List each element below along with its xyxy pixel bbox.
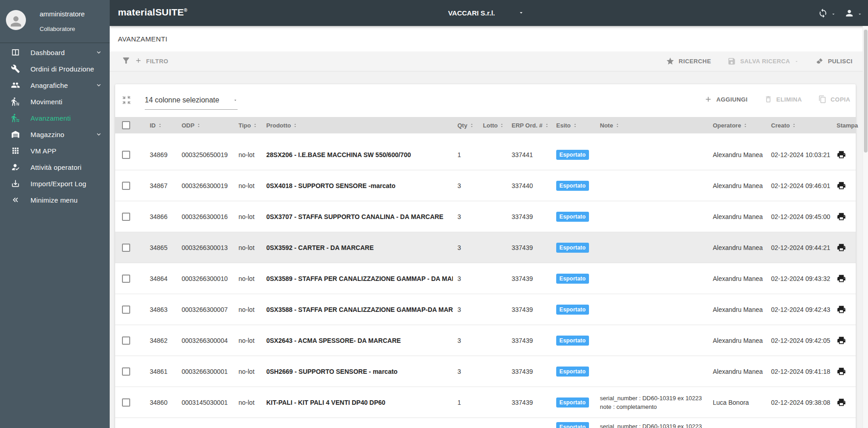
- column-header-note[interactable]: Note: [597, 122, 711, 129]
- sidebar-item-movimenti[interactable]: Movimenti: [0, 93, 110, 110]
- sidebar-item-minimize-menu[interactable]: Minimize menu: [0, 192, 110, 208]
- row-tipo: no-lot: [237, 275, 265, 282]
- account-caret-icon[interactable]: [857, 10, 863, 16]
- print-icon[interactable]: [837, 243, 846, 252]
- row-creato: 02-12-2024 09:46:01: [770, 182, 834, 189]
- row-tipo-text: no-lot: [239, 399, 254, 406]
- row-creato-text: 02-12-2024 09:46:01: [771, 182, 830, 189]
- table-row[interactable]: 348690003250650019no-lot28SX206 - I.E.BA…: [115, 139, 856, 170]
- filter-label[interactable]: FILTRO: [146, 58, 168, 65]
- table-row[interactable]: 348660003266300016no-lot0SX3707 - STAFFA…: [115, 201, 856, 232]
- star-icon: [666, 57, 675, 66]
- column-header-odp[interactable]: ODP: [180, 122, 237, 129]
- copia-button[interactable]: COPIA: [818, 95, 850, 103]
- row-checkbox[interactable]: [122, 367, 130, 376]
- row-creato: 02-12-2024 09:38:08: [770, 399, 834, 406]
- table-row[interactable]: 348620003266300004no-lot0SX2643 - ACMA S…: [115, 325, 856, 356]
- scrollbar-thumb[interactable]: [864, 30, 868, 153]
- user-name: amministratore: [40, 10, 85, 18]
- pulisci-button[interactable]: PULISCI: [815, 57, 853, 66]
- sync-icon[interactable]: [818, 8, 828, 18]
- sidebar-item-dashboard[interactable]: Dashboard: [0, 44, 110, 61]
- print-icon[interactable]: [837, 367, 846, 376]
- print-icon[interactable]: [837, 274, 846, 283]
- column-header-erp-ord[interactable]: ERP Ord. #: [509, 122, 552, 129]
- table-row[interactable]: 348650003266300013no-lot0SX3592 - CARTER…: [115, 232, 856, 263]
- table-row[interactable]: 348600003145030001no-lotKIT-PALI - KIT P…: [115, 387, 856, 418]
- row-erp-ord-text: 337440: [512, 182, 533, 189]
- row-tipo: no-lot: [237, 368, 265, 375]
- row-checkbox[interactable]: [122, 275, 130, 283]
- sidebar-item-ordini-di-produzione[interactable]: Ordini di Produzione: [0, 61, 110, 77]
- print-icon[interactable]: [837, 305, 846, 314]
- print-icon[interactable]: [837, 181, 846, 190]
- sidebar-item-anagrafiche[interactable]: Anagrafiche: [0, 77, 110, 93]
- row-checkbox[interactable]: [122, 182, 130, 190]
- row-checkbox[interactable]: [122, 336, 130, 345]
- sort-icon: [253, 122, 258, 129]
- table-row[interactable]: 348610003266300001no-lot0SH2669 - SUPPOR…: [115, 356, 856, 387]
- sidebar-item-vm-app[interactable]: VM APP: [0, 143, 110, 159]
- table-actions: AGGIUNGI ELIMINA COPIA: [704, 95, 850, 103]
- column-header-esito[interactable]: Esito: [552, 122, 597, 129]
- row-operatore-text: Alexandru Manea: [713, 182, 763, 189]
- column-header-stampa: Stampa: [834, 122, 856, 129]
- sidebar-item-avanzamenti[interactable]: Avanzamenti: [0, 110, 110, 126]
- column-header-creato[interactable]: Creato: [770, 122, 834, 129]
- row-qty: 1: [453, 399, 478, 406]
- account-icon[interactable]: [844, 8, 854, 18]
- filter-icon[interactable]: [122, 56, 131, 67]
- salva-ricerca-button[interactable]: SALVA RICERCA: [727, 57, 799, 66]
- column-header-label: Creato: [771, 122, 790, 129]
- columns-select[interactable]: 14 colonne selezionate: [145, 91, 238, 110]
- row-id-text: 34866: [150, 213, 168, 220]
- elimina-button[interactable]: ELIMINA: [764, 95, 802, 103]
- sidebar-item-magazzino[interactable]: Magazzino: [0, 126, 110, 143]
- aggiungi-button[interactable]: AGGIUNGI: [704, 95, 748, 103]
- table-row[interactable]: Esportatoserial_number : DD60-10319 ex 1…: [115, 418, 856, 428]
- column-header-id[interactable]: ID: [141, 122, 180, 129]
- dashboard-icon: [10, 47, 20, 57]
- caret-down-icon[interactable]: [518, 10, 524, 16]
- grid-icon: [10, 146, 20, 156]
- table-row[interactable]: 348670003266300019no-lot0SX4018 - SUPPOR…: [115, 170, 856, 201]
- row-checkbox[interactable]: [122, 213, 130, 221]
- row-print-cell: [834, 243, 856, 252]
- compress-columns-icon[interactable]: [122, 95, 132, 106]
- column-header-prodotto[interactable]: Prodotto: [265, 122, 453, 129]
- ricerche-button[interactable]: RICERCHE: [666, 57, 711, 66]
- row-operatore-text: Alexandru Manea: [713, 337, 763, 344]
- vertical-scrollbar[interactable]: [863, 26, 868, 428]
- row-print-cell: [834, 274, 856, 283]
- company-selector[interactable]: VACCARI S.r.l.: [426, 0, 517, 26]
- warehouse-icon: [10, 129, 20, 139]
- row-checkbox[interactable]: [122, 151, 130, 159]
- column-header-label: ID: [150, 122, 156, 129]
- print-icon[interactable]: [837, 212, 846, 221]
- select-all-checkbox[interactable]: [122, 121, 130, 129]
- column-header-operatore[interactable]: Operatore: [711, 122, 770, 129]
- sidebar-item-label: Ordini di Produzione: [30, 65, 110, 73]
- column-header-qty[interactable]: Qty: [453, 122, 478, 129]
- add-filter-icon[interactable]: [135, 57, 142, 66]
- print-icon[interactable]: [837, 397, 846, 407]
- row-qty-text: 3: [457, 275, 461, 282]
- table-row[interactable]: 348640003266300010no-lot0SX3589 - STAFFA…: [115, 263, 856, 294]
- row-checkbox[interactable]: [122, 398, 130, 407]
- column-header-tipo[interactable]: Tipo: [237, 122, 265, 129]
- row-creato-text: 02-12-2024 09:41:18: [771, 368, 830, 375]
- row-checkbox[interactable]: [122, 244, 130, 252]
- sync-caret-icon[interactable]: [831, 10, 836, 16]
- row-esito: Esportato: [552, 336, 597, 346]
- sidebar: amministratore Collaboratore DashboardOr…: [0, 0, 110, 428]
- column-header-lotto[interactable]: Lotto: [478, 122, 509, 129]
- row-tipo: no-lot: [237, 337, 265, 344]
- sidebar-item-import-export-log[interactable]: Import/Export Log: [0, 175, 110, 192]
- print-icon[interactable]: [837, 150, 846, 159]
- print-icon[interactable]: [837, 336, 846, 345]
- row-checkbox[interactable]: [122, 306, 130, 314]
- row-erp-ord-text: 337439: [512, 337, 533, 344]
- table-row[interactable]: 348630003266300007no-lot0SX3588 - STAFFA…: [115, 294, 856, 325]
- sidebar-item-attivit-operatori[interactable]: Attività operatori: [0, 159, 110, 175]
- row-prodotto: 28SX206 - I.E.BASE MACCHINA SW 550/600/7…: [265, 151, 453, 158]
